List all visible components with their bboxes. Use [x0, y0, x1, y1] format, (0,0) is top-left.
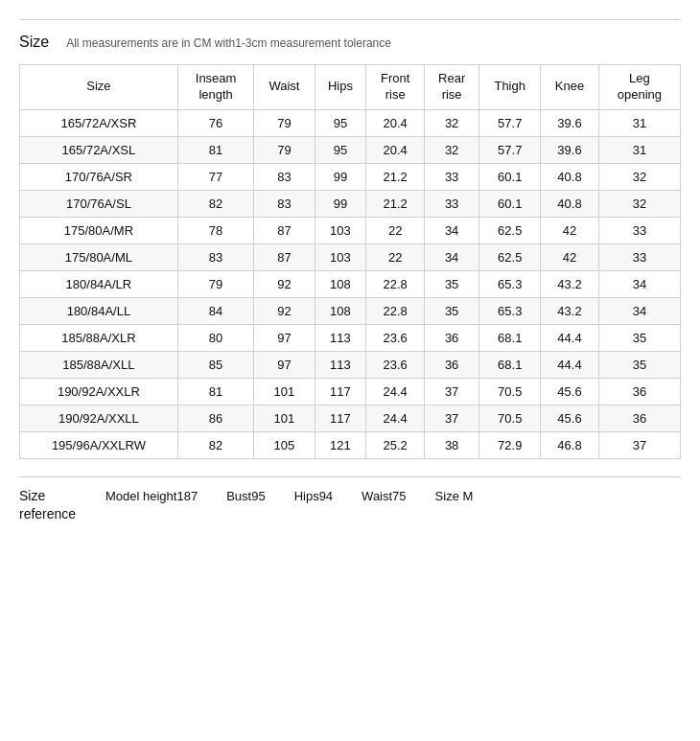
cell-leg_opening: 35: [598, 351, 680, 378]
cell-inseam: 84: [177, 297, 254, 324]
cell-front_rise: 23.6: [366, 351, 425, 378]
cell-size: 180/84A/LL: [20, 297, 178, 324]
table-row: 180/84A/LL849210822.83565.343.234: [20, 297, 681, 324]
cell-front_rise: 21.2: [366, 163, 425, 190]
cell-hips: 103: [315, 217, 366, 243]
col-hips: Hips: [315, 65, 366, 110]
cell-thigh: 62.5: [479, 217, 541, 243]
cell-waist: 87: [254, 217, 315, 243]
cell-front_rise: 22: [366, 243, 425, 270]
cell-waist: 79: [254, 109, 315, 136]
cell-waist: 101: [254, 378, 315, 405]
cell-leg_opening: 35: [598, 324, 680, 351]
cell-knee: 45.6: [541, 378, 599, 405]
cell-inseam: 81: [177, 136, 254, 163]
col-inseam: Inseamlength: [177, 65, 254, 110]
table-header-row: Size Inseamlength Waist Hips Frontrise R…: [20, 65, 681, 110]
top-divider: [19, 19, 681, 20]
size-note: All measurements are in CM with1-3cm mea…: [66, 36, 391, 50]
cell-waist: 92: [254, 270, 315, 297]
cell-knee: 44.4: [541, 351, 599, 378]
col-thigh: Thigh: [479, 65, 541, 110]
cell-thigh: 57.7: [479, 136, 541, 163]
cell-size: 185/88A/XLL: [20, 351, 178, 378]
cell-rear_rise: 34: [425, 217, 479, 243]
size-reference-section: Sizereference Model height187Bust95Hips9…: [19, 476, 681, 524]
cell-leg_opening: 32: [598, 190, 680, 217]
table-row: 185/88A/XLL859711323.63668.144.435: [20, 351, 681, 378]
cell-waist: 105: [254, 431, 315, 458]
cell-knee: 42: [541, 217, 599, 243]
cell-inseam: 79: [177, 270, 254, 297]
cell-leg_opening: 34: [598, 297, 680, 324]
cell-thigh: 65.3: [479, 297, 541, 324]
cell-knee: 43.2: [541, 270, 599, 297]
table-row: 175/80A/MR7887103223462.54233: [20, 217, 681, 243]
cell-hips: 103: [315, 243, 366, 270]
cell-front_rise: 22.8: [366, 270, 425, 297]
cell-thigh: 60.1: [479, 163, 541, 190]
cell-hips: 117: [315, 378, 366, 405]
cell-rear_rise: 35: [425, 270, 479, 297]
cell-inseam: 77: [177, 163, 254, 190]
cell-hips: 95: [315, 109, 366, 136]
cell-hips: 99: [315, 163, 366, 190]
cell-size: 185/88A/XLR: [20, 324, 178, 351]
cell-leg_opening: 31: [598, 109, 680, 136]
cell-rear_rise: 32: [425, 136, 479, 163]
cell-inseam: 78: [177, 217, 254, 243]
cell-waist: 83: [254, 190, 315, 217]
cell-front_rise: 25.2: [366, 431, 425, 458]
cell-thigh: 65.3: [479, 270, 541, 297]
cell-leg_opening: 32: [598, 163, 680, 190]
col-leg-opening: Legopening: [598, 65, 680, 110]
cell-waist: 83: [254, 163, 315, 190]
cell-size: 165/72A/XSL: [20, 136, 178, 163]
cell-size: 180/84A/LR: [20, 270, 178, 297]
cell-hips: 113: [315, 351, 366, 378]
cell-inseam: 82: [177, 190, 254, 217]
cell-front_rise: 23.6: [366, 324, 425, 351]
cell-thigh: 62.5: [479, 243, 541, 270]
cell-rear_rise: 37: [425, 405, 479, 431]
cell-hips: 99: [315, 190, 366, 217]
cell-hips: 113: [315, 324, 366, 351]
cell-waist: 92: [254, 297, 315, 324]
cell-knee: 45.6: [541, 405, 599, 431]
cell-leg_opening: 34: [598, 270, 680, 297]
cell-thigh: 60.1: [479, 190, 541, 217]
cell-knee: 42: [541, 243, 599, 270]
table-row: 185/88A/XLR809711323.63668.144.435: [20, 324, 681, 351]
cell-rear_rise: 32: [425, 109, 479, 136]
cell-knee: 44.4: [541, 324, 599, 351]
cell-knee: 39.6: [541, 109, 599, 136]
cell-thigh: 70.5: [479, 405, 541, 431]
cell-size: 170/76A/SR: [20, 163, 178, 190]
cell-size: 190/92A/XXLL: [20, 405, 178, 431]
col-knee: Knee: [541, 65, 599, 110]
table-row: 195/96A/XXLRW8210512125.23872.946.837: [20, 431, 681, 458]
cell-inseam: 85: [177, 351, 254, 378]
cell-knee: 40.8: [541, 163, 599, 190]
reference-item: Size M: [435, 489, 474, 503]
table-row: 190/92A/XXLR8110111724.43770.545.636: [20, 378, 681, 405]
cell-hips: 117: [315, 405, 366, 431]
table-row: 175/80A/ML8387103223462.54233: [20, 243, 681, 270]
reference-item: Hips94: [294, 489, 333, 503]
size-table: Size Inseamlength Waist Hips Frontrise R…: [19, 64, 681, 459]
cell-leg_opening: 36: [598, 405, 680, 431]
table-row: 170/76A/SL82839921.23360.140.832: [20, 190, 681, 217]
cell-knee: 40.8: [541, 190, 599, 217]
cell-leg_opening: 33: [598, 217, 680, 243]
cell-hips: 108: [315, 270, 366, 297]
table-row: 180/84A/LR799210822.83565.343.234: [20, 270, 681, 297]
size-header: Size All measurements are in CM with1-3c…: [19, 34, 681, 51]
table-row: 170/76A/SR77839921.23360.140.832: [20, 163, 681, 190]
col-waist: Waist: [254, 65, 315, 110]
cell-thigh: 68.1: [479, 324, 541, 351]
reference-item: Model height187: [105, 489, 198, 503]
cell-knee: 46.8: [541, 431, 599, 458]
cell-size: 170/76A/SL: [20, 190, 178, 217]
cell-waist: 87: [254, 243, 315, 270]
cell-size: 195/96A/XXLRW: [20, 431, 178, 458]
